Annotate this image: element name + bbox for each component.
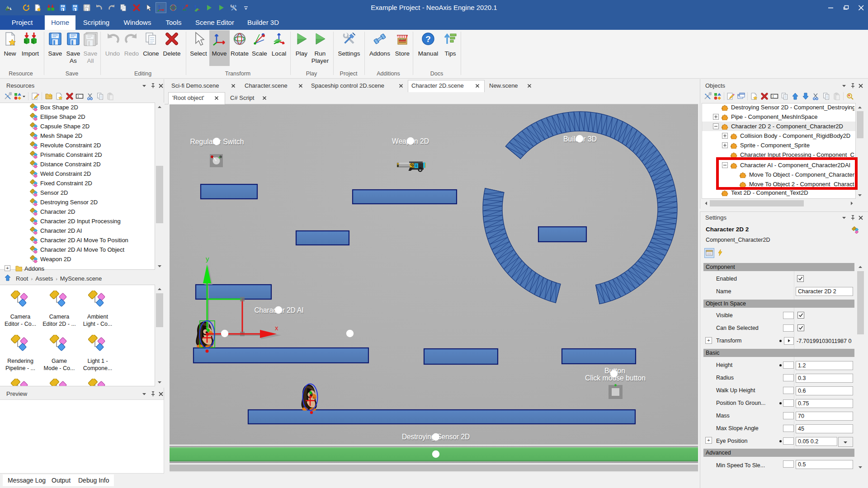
svg-text:I: I [772, 95, 774, 99]
svg-text:I: I [77, 95, 79, 99]
svg-text:?: ? [425, 34, 431, 44]
svg-text:y: y [206, 255, 209, 263]
svg-text:x: x [275, 324, 278, 332]
